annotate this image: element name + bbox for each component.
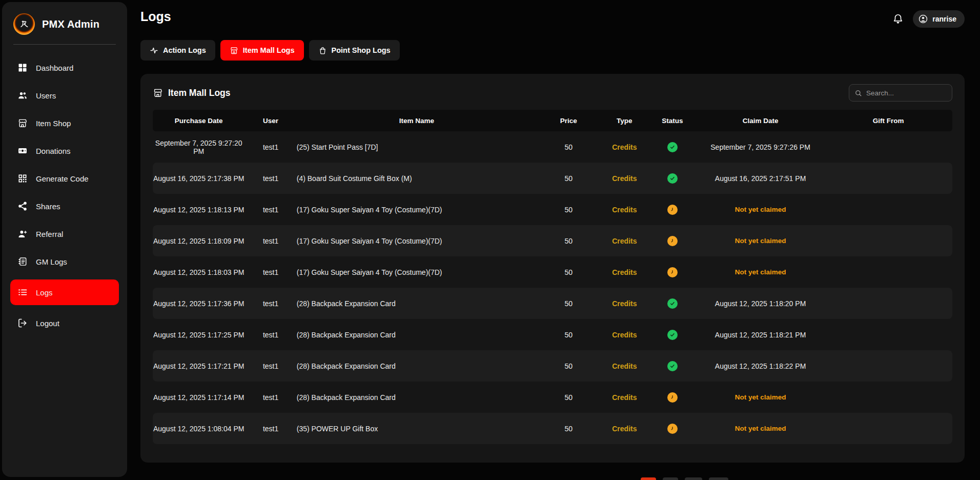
cell-gift-from — [824, 194, 952, 225]
tab-point-shop-logs[interactable]: Point Shop Logs — [309, 40, 400, 61]
banknote-icon — [17, 146, 28, 156]
user-name: ranrise — [932, 15, 956, 23]
pagination-bar[interactable] — [685, 477, 702, 480]
sidebar-item-label: GM Logs — [36, 257, 67, 266]
search-box — [849, 84, 952, 102]
cell-user: test1 — [244, 350, 296, 382]
cell-item-name: (17) Goku Super Saiyan 4 Toy (Costume)(7… — [297, 225, 537, 256]
shopping-bag-icon — [318, 46, 327, 55]
brand-title: PMX Admin — [42, 18, 99, 30]
cell-claim-date: August 12, 2025 1:18:21 PM — [697, 319, 825, 350]
column-header-gift-from: Gift From — [824, 110, 952, 131]
qr-code-icon — [17, 173, 28, 184]
tab-label: Action Logs — [163, 46, 206, 54]
sidebar-item-logout[interactable]: Logout — [10, 313, 119, 333]
user-plus-icon — [17, 229, 28, 239]
cell-purchase-date: August 12, 2025 1:17:14 PM — [153, 382, 244, 413]
sidebar-item-item-shop[interactable]: Item Shop — [10, 113, 119, 133]
cell-item-name: (28) Backpack Expansion Card — [297, 288, 537, 319]
tab-action-logs[interactable]: Action Logs — [140, 40, 215, 61]
cell-price: 50 — [537, 163, 601, 194]
cell-type: Credits — [601, 131, 649, 163]
panel-title: Item Mall Logs — [168, 88, 231, 98]
cell-user: test1 — [244, 382, 296, 413]
cell-claim-date: Not yet claimed — [697, 194, 825, 225]
sidebar-item-dashboard[interactable]: Dashboard — [10, 58, 119, 77]
cell-purchase-date: September 7, 2025 9:27:20 PM — [153, 131, 244, 163]
cell-item-name: (17) Goku Super Saiyan 4 Toy (Costume)(7… — [297, 256, 537, 288]
cell-gift-from — [824, 163, 952, 194]
logs-table: Purchase DateUserItem NamePriceTypeStatu… — [153, 110, 952, 444]
pagination — [641, 477, 728, 480]
column-header-user: User — [244, 110, 296, 131]
sidebar-item-label: Logout — [36, 319, 59, 328]
sidebar-item-label: Generate Code — [36, 174, 89, 183]
cell-price: 50 — [537, 225, 601, 256]
cell-price: 50 — [537, 382, 601, 413]
sidebar-item-label: Logs — [36, 288, 53, 297]
list-icon — [17, 287, 28, 297]
users-icon — [17, 90, 28, 101]
cell-claim-date: Not yet claimed — [697, 413, 825, 444]
cell-type: Credits — [601, 225, 649, 256]
sidebar-item-shares[interactable]: Shares — [10, 196, 119, 216]
sidebar-item-donations[interactable]: Donations — [10, 141, 119, 161]
search-icon — [854, 89, 862, 97]
cell-price: 50 — [537, 413, 601, 444]
column-header-claim-date: Claim Date — [697, 110, 825, 131]
cell-gift-from — [824, 225, 952, 256]
cell-status — [648, 413, 697, 444]
cell-gift-from — [824, 350, 952, 382]
brand-logo-icon — [13, 13, 35, 35]
status-pending-clock-icon — [667, 392, 678, 403]
page-title: Logs — [140, 9, 171, 24]
cell-type: Credits — [601, 163, 649, 194]
cell-item-name: (4) Board Suit Costume Gift Box (M) — [297, 163, 537, 194]
pagination-bar[interactable] — [663, 477, 678, 480]
tab-label: Item Mall Logs — [243, 46, 295, 54]
sidebar-item-users[interactable]: Users — [10, 86, 119, 105]
table-row: August 12, 2025 1:17:25 PMtest1(28) Back… — [153, 319, 952, 350]
cell-user: test1 — [244, 288, 296, 319]
table-row: August 12, 2025 1:18:03 PMtest1(17) Goku… — [153, 256, 952, 288]
cell-item-name: (17) Goku Super Saiyan 4 Toy (Costume)(7… — [297, 194, 537, 225]
store-icon — [153, 88, 163, 98]
column-header-item-name: Item Name — [297, 110, 537, 131]
sidebar-item-gm-logs[interactable]: GM Logs — [10, 252, 119, 271]
search-input[interactable] — [866, 89, 947, 97]
sidebar-nav: DashboardUsersItem ShopDonationsGenerate… — [2, 45, 127, 333]
tab-item-mall-logs[interactable]: Item Mall Logs — [220, 40, 304, 61]
cell-type: Credits — [601, 194, 649, 225]
status-claimed-check-icon — [667, 361, 678, 371]
pagination-bar[interactable] — [709, 477, 728, 480]
sidebar-item-generate-code[interactable]: Generate Code — [10, 169, 119, 188]
log-tabs: Action LogsItem Mall LogsPoint Shop Logs — [140, 40, 965, 61]
user-menu[interactable]: ranrise — [913, 10, 965, 28]
status-claimed-check-icon — [667, 173, 678, 184]
cell-price: 50 — [537, 288, 601, 319]
logout-icon — [17, 318, 28, 328]
sidebar-item-logs[interactable]: Logs — [10, 279, 119, 305]
cell-price: 50 — [537, 131, 601, 163]
cell-item-name: (28) Backpack Expansion Card — [297, 382, 537, 413]
pagination-bar-active[interactable] — [641, 477, 656, 480]
store-icon — [230, 46, 238, 55]
cell-price: 50 — [537, 194, 601, 225]
cell-gift-from — [824, 413, 952, 444]
table-row: August 16, 2025 2:17:38 PMtest1(4) Board… — [153, 163, 952, 194]
activity-icon — [150, 46, 158, 55]
cell-gift-from — [824, 382, 952, 413]
cell-purchase-date: August 12, 2025 1:18:03 PM — [153, 256, 244, 288]
cell-user: test1 — [244, 319, 296, 350]
cell-price: 50 — [537, 256, 601, 288]
cell-claim-date: August 12, 2025 1:18:20 PM — [697, 288, 825, 319]
cell-type: Credits — [601, 256, 649, 288]
sidebar-item-referral[interactable]: Referral — [10, 224, 119, 244]
column-header-price: Price — [537, 110, 601, 131]
cell-status — [648, 225, 697, 256]
cell-type: Credits — [601, 382, 649, 413]
table-row: August 12, 2025 1:17:21 PMtest1(28) Back… — [153, 350, 952, 382]
panel-header: Item Mall Logs — [153, 84, 952, 102]
cell-status — [648, 256, 697, 288]
notifications-bell-icon[interactable] — [892, 13, 904, 25]
